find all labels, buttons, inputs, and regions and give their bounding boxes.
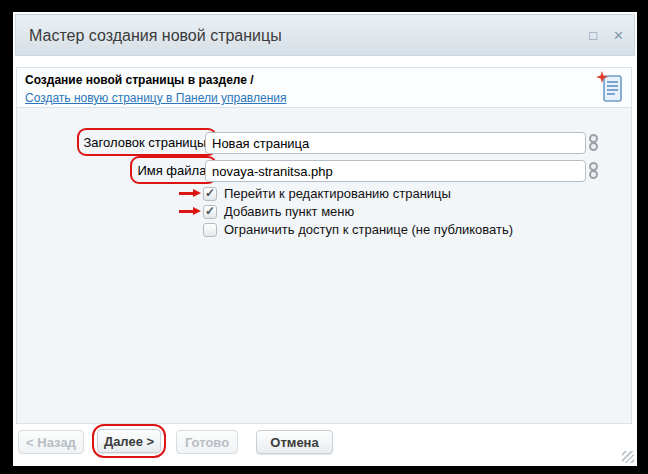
annotation-box-next-button: Далее > [92,424,166,458]
checkbox-row-restrict-access: ✓ Ограничить доступ к странице (не публи… [203,222,513,237]
resize-grip[interactable] [622,451,634,463]
restrict-access-checkbox-label: Ограничить доступ к странице (не публико… [224,222,513,237]
wizard-content: Создание новой страницы в разделе / Созд… [16,67,632,424]
edit-page-checkbox-label: Перейти к редактированию страницы [224,186,451,201]
cancel-button[interactable]: Отмена [256,430,333,454]
back-button[interactable]: < Назад [18,430,84,454]
checkbox-row-add-menu-item: ✓ Добавить пункт меню [203,204,354,219]
maximize-icon[interactable]: □ [589,29,597,42]
red-arrow-icon [179,189,201,198]
close-icon[interactable]: ✕ [613,29,624,42]
window-controls: □ ✕ [589,15,624,56]
wizard-header: Создание новой страницы в разделе / Созд… [17,68,631,108]
section-heading: Создание новой страницы в разделе / [25,73,623,88]
dialog-title: Мастер создания новой страницы [29,15,282,56]
next-button[interactable]: Далее > [97,429,161,453]
page-title-label: Заголовок страницы: [84,135,211,150]
red-arrow-icon [179,207,201,216]
add-menu-item-checkbox[interactable]: ✓ [203,205,217,219]
file-name-label: Имя файла: [137,163,210,178]
add-menu-item-checkbox-label: Добавить пункт меню [224,204,354,219]
dialog-titlebar: Мастер создания новой страницы □ ✕ [15,14,635,56]
checkbox-row-edit-page: ✓ Перейти к редактированию страницы [203,186,451,201]
chain-link-icon[interactable] [589,162,599,180]
annotation-box-title-label: Заголовок страницы: [77,128,218,156]
wizard-dialog: Мастер создания новой страницы □ ✕ Созда… [13,12,637,466]
new-page-icon [596,71,624,105]
file-name-input[interactable] [205,160,586,182]
finish-button[interactable]: Готово [176,430,238,454]
restrict-access-checkbox[interactable]: ✓ [203,223,217,237]
chain-link-icon[interactable] [589,134,599,152]
page-title-input[interactable] [205,132,586,154]
edit-page-checkbox[interactable]: ✓ [203,187,217,201]
control-panel-link[interactable]: Создать новую страницу в Панели управлен… [25,91,286,106]
